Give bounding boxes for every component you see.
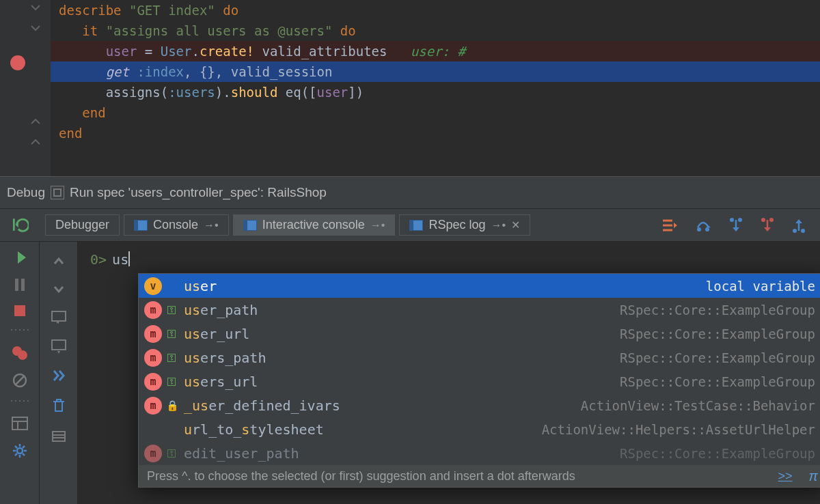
mute-breakpoints-icon[interactable] xyxy=(12,373,27,388)
completion-item[interactable]: m⚿edit_user_pathRSpec::Core::ExampleGrou… xyxy=(139,441,820,465)
completion-item[interactable]: m🔒_user_defined_ivarsActionView::TestCas… xyxy=(139,393,820,417)
settings-gear-icon[interactable] xyxy=(12,443,28,459)
resume-icon[interactable] xyxy=(13,250,27,265)
completion-hint: local variable xyxy=(706,279,815,294)
code-line[interactable]: end xyxy=(51,123,820,143)
method-kind-icon: m xyxy=(144,301,162,319)
fold-down-icon[interactable] xyxy=(30,2,41,13)
svg-point-0 xyxy=(697,227,701,232)
debug-side-actions xyxy=(0,242,40,504)
run-config-icon[interactable] xyxy=(51,186,64,199)
code-line[interactable]: get :index, {}, valid_session xyxy=(51,61,820,82)
svg-rect-15 xyxy=(12,417,27,430)
completion-item[interactable]: m⚿users_urlRSpec::Core::ExampleGroup xyxy=(139,369,820,393)
fold-up-icon[interactable] xyxy=(30,137,41,148)
completion-hint-bar: Press ^. to choose the selected (or firs… xyxy=(139,465,820,487)
console-input-text: us xyxy=(112,251,128,268)
browse-history-icon[interactable] xyxy=(51,429,66,443)
debug-label: Debug xyxy=(7,185,45,200)
svg-rect-8 xyxy=(15,279,18,291)
svg-rect-10 xyxy=(14,305,25,316)
breakpoint-icon[interactable] xyxy=(10,55,25,70)
pause-icon[interactable] xyxy=(14,277,26,292)
svg-point-18 xyxy=(17,448,23,453)
console-prompt[interactable]: 0> us xyxy=(78,242,820,273)
svg-point-7 xyxy=(801,229,805,233)
close-icon[interactable]: ✕ xyxy=(511,219,520,232)
execute-icon[interactable] xyxy=(52,369,66,382)
debug-toolbar: Debug Run spec 'users_controller_spec': … xyxy=(0,176,820,209)
soft-wrap-icon[interactable] xyxy=(51,310,67,324)
show-execution-point-icon[interactable] xyxy=(661,218,678,233)
history-down-icon[interactable] xyxy=(53,283,65,295)
method-kind-icon: m xyxy=(144,325,162,343)
svg-rect-9 xyxy=(21,279,25,291)
pin-icon[interactable]: →• xyxy=(204,219,219,232)
tool-window-header: DebuggerConsole→•Interactive console→•RS… xyxy=(0,209,820,242)
completion-item[interactable]: m⚿users_pathRSpec::Core::ExampleGroup xyxy=(139,346,820,369)
pin-icon[interactable]: →• xyxy=(491,219,506,232)
variable-kind-icon: v xyxy=(144,277,162,295)
completion-item[interactable]: m⚿user_pathRSpec::Core::ExampleGroup xyxy=(139,298,820,322)
pin-icon[interactable]: →• xyxy=(370,219,385,232)
step-out-icon[interactable] xyxy=(791,217,806,234)
method-kind-icon: m xyxy=(144,373,162,391)
step-into-icon[interactable] xyxy=(728,217,743,234)
tab-label: RSpec log xyxy=(428,218,485,232)
rerun-icon[interactable] xyxy=(11,216,29,234)
tab-label: Interactive console xyxy=(262,218,365,232)
svg-point-2 xyxy=(730,218,734,222)
tool-tabs: DebuggerConsole→•Interactive console→•RS… xyxy=(40,209,661,241)
completion-hint: RSpec::Core::ExampleGroup xyxy=(620,350,815,365)
code-line[interactable]: user = User.create! valid_attributes use… xyxy=(51,41,820,61)
code-line[interactable]: describe "GET index" do xyxy=(51,0,820,20)
step-over-icon[interactable] xyxy=(694,218,712,233)
completion-hint: RSpec::Core::ExampleGroup xyxy=(620,326,815,341)
left-tool-column-top xyxy=(0,209,40,241)
svg-point-4 xyxy=(761,218,765,222)
code-line[interactable]: assigns(:users).should eq([user]) xyxy=(51,82,820,102)
completion-item[interactable]: m⚿user_urlRSpec::Core::ExampleGroup xyxy=(139,322,820,346)
pi-icon[interactable]: π xyxy=(809,468,818,484)
completion-hint: RSpec::Core::ExampleGroup xyxy=(620,303,815,318)
separator-icon xyxy=(6,400,33,404)
force-step-into-icon[interactable] xyxy=(760,217,775,234)
completion-item[interactable]: url_to_stylesheetActionView::Helpers::As… xyxy=(139,417,820,441)
visibility-icon: ⚿ xyxy=(166,328,177,340)
completion-name: user_url xyxy=(184,326,620,342)
svg-point-1 xyxy=(705,227,709,232)
stop-icon[interactable] xyxy=(14,305,26,317)
layout-settings-icon[interactable] xyxy=(12,417,28,430)
debug-actions xyxy=(661,209,820,241)
visibility-icon: ⚿ xyxy=(166,376,177,388)
svg-point-12 xyxy=(18,350,27,360)
svg-point-5 xyxy=(769,218,774,222)
history-up-icon[interactable] xyxy=(53,255,65,268)
tab-console[interactable]: Console→• xyxy=(124,214,229,236)
svg-point-6 xyxy=(793,229,797,233)
completion-popup[interactable]: vuserlocal variablem⚿user_pathRSpec::Cor… xyxy=(138,273,820,488)
fold-down-icon[interactable] xyxy=(30,23,41,33)
svg-line-24 xyxy=(23,453,25,456)
code-area[interactable]: describe "GET index" do it "assigns all … xyxy=(51,0,820,176)
completion-name: _user_defined_ivars xyxy=(184,397,581,414)
tab-interactive-console[interactable]: Interactive console→• xyxy=(233,214,396,236)
view-breakpoints-icon[interactable] xyxy=(12,346,28,361)
prompt-marker: 0> xyxy=(90,251,107,268)
svg-rect-28 xyxy=(52,340,66,350)
code-line[interactable]: end xyxy=(51,102,820,123)
clear-icon[interactable] xyxy=(51,397,66,414)
visibility-icon: ⚿ xyxy=(166,304,177,316)
completion-item[interactable]: vuserlocal variable xyxy=(139,274,820,298)
completion-hint: ActionView::TestCase::Behavior xyxy=(581,398,815,413)
tab-label: Console xyxy=(153,218,198,232)
scroll-to-end-icon[interactable] xyxy=(51,339,67,354)
tab-debugger[interactable]: Debugger xyxy=(45,214,120,236)
completion-name: user xyxy=(184,278,706,294)
code-line[interactable]: it "assigns all users as @users" do xyxy=(51,20,820,41)
interactive-console[interactable]: 0> us vuserlocal variablem⚿user_pathRSpe… xyxy=(78,242,820,504)
fold-up-icon[interactable] xyxy=(30,116,41,127)
hint-link[interactable]: >> xyxy=(778,469,793,484)
tab-rspec-log[interactable]: RSpec log→•✕ xyxy=(399,214,530,236)
completion-name: users_path xyxy=(184,350,620,366)
